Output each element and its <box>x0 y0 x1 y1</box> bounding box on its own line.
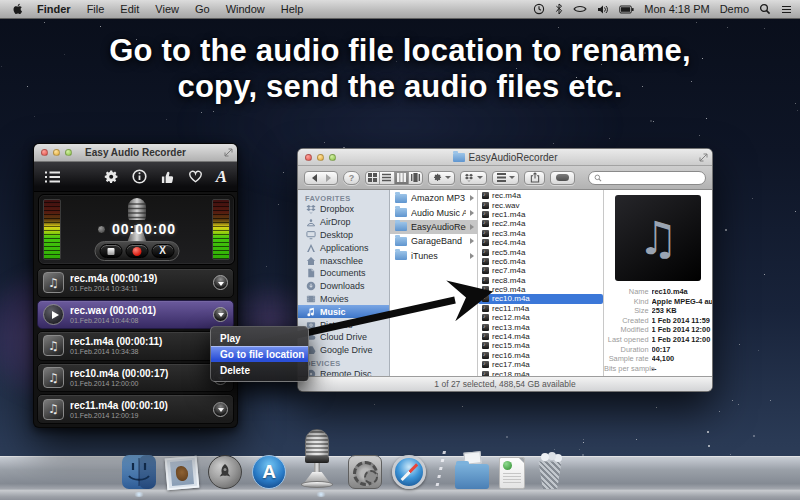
record-button[interactable] <box>125 244 148 258</box>
menu-item[interactable]: Window <box>226 3 265 15</box>
close-button[interactable] <box>305 154 312 161</box>
apple-menu-icon[interactable] <box>12 2 23 16</box>
dock-appstore-icon[interactable] <box>252 455 286 489</box>
search-field[interactable] <box>588 171 706 185</box>
folder-row[interactable]: Audio Music Apps <box>390 205 477 219</box>
font-settings-icon[interactable]: A <box>216 168 227 185</box>
dock-document-icon[interactable] <box>499 457 525 489</box>
file-row[interactable]: rec14.m4a <box>478 332 603 341</box>
sidebar-item[interactable]: Pictures <box>298 318 389 331</box>
sidebar-item[interactable]: maxschlee <box>298 254 389 267</box>
folder-row[interactable]: EasyAudioRecorder <box>390 220 477 234</box>
file-row[interactable]: rec2.m4a <box>478 219 603 228</box>
forward-icon[interactable] <box>326 174 331 182</box>
dropbox-button[interactable] <box>460 171 487 185</box>
coverflow-view-button[interactable] <box>409 172 422 184</box>
menu-item[interactable]: Finder <box>37 3 71 15</box>
dock-safari-icon[interactable] <box>392 455 426 489</box>
recorder-titlebar[interactable]: Easy Audio Recorder <box>34 144 237 162</box>
recording-row[interactable]: rec.wav (00:00:01) 01.Feb.2014 10:44:08 <box>37 300 234 330</box>
sidebar-item[interactable]: Google Drive <box>298 344 389 357</box>
recording-row[interactable]: rec.m4a (00:00:19) 01.Feb.2014 10:34:11 <box>37 268 234 298</box>
dock-launchpad-icon[interactable] <box>208 455 242 489</box>
quick-look-button[interactable] <box>550 171 575 185</box>
file-row[interactable]: rec.m4a <box>478 191 603 200</box>
recording-row[interactable]: rec10.m4a (00:00:17) 01.Feb.2014 12:00:0… <box>37 363 234 393</box>
like-thumb-icon[interactable] <box>160 170 175 184</box>
file-row[interactable]: rec10.m4a <box>478 294 603 303</box>
folder-row[interactable]: iTunes <box>390 249 477 263</box>
file-row[interactable]: rec1.m4a <box>478 210 603 219</box>
sync-status-icon[interactable] <box>533 3 545 15</box>
dock-mail-icon[interactable] <box>165 456 200 491</box>
playlist-icon[interactable] <box>44 171 61 183</box>
file-row[interactable]: rec4.m4a <box>478 238 603 247</box>
music-note-icon[interactable] <box>43 367 64 388</box>
sidebar-item[interactable]: Documents <box>298 267 389 280</box>
battery-icon[interactable] <box>619 5 634 14</box>
minimize-button[interactable] <box>317 154 324 161</box>
music-note-icon[interactable] <box>43 399 64 420</box>
settings-gear-icon[interactable] <box>103 169 119 185</box>
row-dropdown-button[interactable] <box>213 307 228 322</box>
fullscreen-icon[interactable] <box>224 148 233 157</box>
music-note-icon[interactable] <box>43 304 64 325</box>
folder-row[interactable]: Amazon MP3 <box>390 191 477 205</box>
menu-item[interactable]: File <box>87 3 105 15</box>
menubar-user[interactable]: Demo <box>720 3 749 15</box>
bluetooth-icon[interactable] <box>555 3 563 15</box>
back-forward-buttons[interactable] <box>304 171 338 185</box>
sidebar-item[interactable]: Dropbox <box>298 203 389 216</box>
file-row[interactable]: rec.wav <box>478 200 603 209</box>
favorite-heart-icon[interactable] <box>188 170 203 183</box>
file-row[interactable]: rec6.m4a <box>478 257 603 266</box>
share-button[interactable] <box>524 171 545 185</box>
recording-row[interactable]: rec11.m4a (00:00:10) 01.Feb.2014 12:00:1… <box>37 394 234 424</box>
volume-icon[interactable] <box>597 4 609 15</box>
sidebar-item[interactable]: Applications <box>298 241 389 254</box>
stop-button[interactable] <box>99 244 122 258</box>
file-row[interactable]: rec16.m4a <box>478 351 603 360</box>
row-dropdown-button[interactable] <box>213 402 228 417</box>
arrange-button[interactable] <box>492 171 519 185</box>
menu-item[interactable]: Go <box>195 3 210 15</box>
sidebar-item[interactable]: AirDrop <box>298 216 389 229</box>
file-row[interactable]: rec5.m4a <box>478 247 603 256</box>
zoom-button[interactable] <box>65 149 72 156</box>
cancel-button[interactable]: X <box>151 244 174 258</box>
music-note-icon[interactable] <box>43 335 64 356</box>
file-row[interactable]: rec15.m4a <box>478 341 603 350</box>
sidebar-item[interactable]: Desktop <box>298 229 389 242</box>
search-input[interactable] <box>605 173 695 182</box>
eye-icon[interactable] <box>573 4 587 14</box>
close-button[interactable] <box>41 149 48 156</box>
minimize-button[interactable] <box>53 149 60 156</box>
info-icon[interactable] <box>132 169 147 184</box>
sidebar-item[interactable]: Movies <box>298 293 389 306</box>
file-row[interactable]: rec12.m4a <box>478 313 603 322</box>
menu-item[interactable]: View <box>155 3 179 15</box>
dock-finder-icon[interactable] <box>122 455 156 489</box>
context-menu-item[interactable]: Delete <box>211 362 308 378</box>
sidebar-item[interactable]: Remote Disc <box>298 368 389 376</box>
context-menu-item[interactable]: Play <box>211 330 308 346</box>
menu-item[interactable]: Help <box>281 3 304 15</box>
fullscreen-icon[interactable] <box>699 153 708 162</box>
sidebar-item[interactable]: Music <box>298 305 389 318</box>
dock-easy-audio-recorder-icon[interactable] <box>296 429 338 489</box>
folder-row[interactable]: GarageBand <box>390 234 477 248</box>
help-button[interactable]: ? <box>343 171 360 185</box>
file-row[interactable]: rec8.m4a <box>478 276 603 285</box>
zoom-button[interactable] <box>329 154 336 161</box>
dock-downloads-icon[interactable] <box>455 459 489 489</box>
file-row[interactable]: rec9.m4a <box>478 285 603 294</box>
menubar-clock[interactable]: Mon 4:18 PM <box>644 3 709 15</box>
music-note-icon[interactable] <box>43 272 64 293</box>
notification-center-icon[interactable] <box>781 5 792 14</box>
file-row[interactable]: rec13.m4a <box>478 322 603 331</box>
file-row[interactable]: rec7.m4a <box>478 266 603 275</box>
file-row[interactable]: rec17.m4a <box>478 360 603 369</box>
file-row[interactable]: rec11.m4a <box>478 304 603 313</box>
back-icon[interactable] <box>312 174 317 182</box>
dock-trash-icon[interactable] <box>535 455 565 489</box>
